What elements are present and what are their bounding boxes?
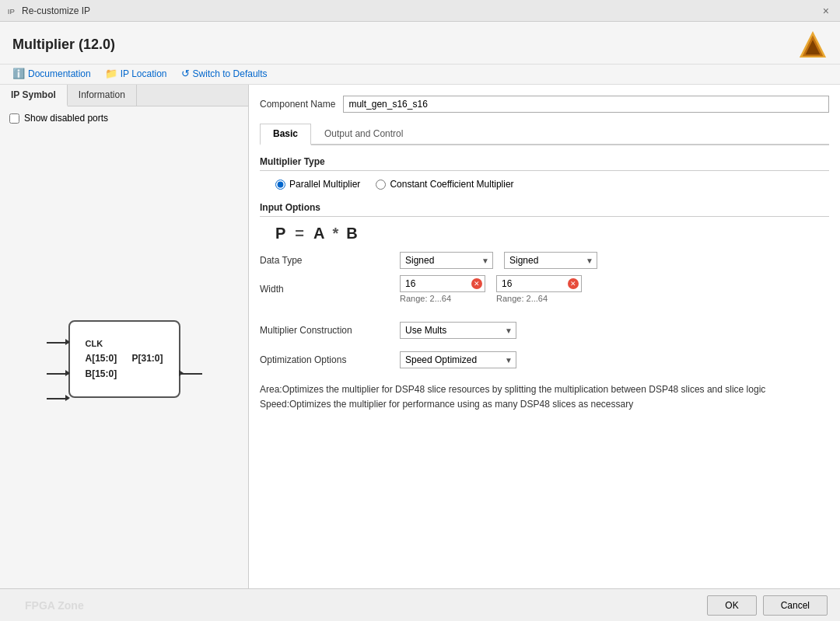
description-line1: Area:Optimizes the multiplier for DSP48 … xyxy=(260,382,829,397)
data-type-a-wrapper: Signed Unsigned ▼ xyxy=(400,252,493,269)
switch-defaults-button[interactable]: ↺ Switch to Defaults xyxy=(181,68,268,79)
formula-a: A xyxy=(313,225,324,242)
data-type-row: Data Type Signed Unsigned ▼ Signed xyxy=(260,252,829,269)
right-tabs: Basic Output and Control xyxy=(260,124,829,145)
info-icon: ℹ️ xyxy=(12,68,25,79)
multiplier-type-title: Multiplier Type xyxy=(260,156,829,171)
window-title: Multiplier (12.0) xyxy=(12,37,115,53)
width-label: Width xyxy=(260,284,400,295)
right-panel: Component Name Basic Output and Control … xyxy=(249,85,840,588)
tab-information[interactable]: Information xyxy=(68,85,137,106)
titlebar-left: IP Re-customize IP xyxy=(6,5,90,16)
symbol-area: CLK A[15:0] P[31:0] B[15:0] xyxy=(0,130,248,588)
show-ports-checkbox[interactable] xyxy=(9,113,19,124)
width-a-range: Range: 2...64 xyxy=(400,294,485,303)
input-options-section: Input Options P = A * B Data Type Sign xyxy=(260,202,829,309)
width-a-clear[interactable]: ✕ xyxy=(471,278,482,289)
width-b-clear[interactable]: ✕ xyxy=(568,278,579,289)
mult-construction-select[interactable]: Use Mults Use LUTs Use Mults and LUTs xyxy=(400,322,516,339)
tab-output-control[interactable]: Output and Control xyxy=(311,124,416,144)
formula-b: B xyxy=(346,225,357,242)
optimization-select[interactable]: Speed Optimized Area Optimized xyxy=(400,351,516,368)
constant-coefficient-option[interactable]: Constant Coefficient Multiplier xyxy=(376,179,513,190)
ip-symbol: CLK A[15:0] P[31:0] B[15:0] xyxy=(47,320,202,398)
data-type-inputs: Signed Unsigned ▼ Signed Unsigned ▼ xyxy=(400,252,597,269)
left-tabs: IP Symbol Information xyxy=(0,85,248,106)
mult-construction-label: Multiplier Construction xyxy=(260,325,400,336)
toolbar: ℹ️ Documentation 📁 IP Location ↺ Switch … xyxy=(0,65,840,85)
data-type-b-wrapper: Signed Unsigned ▼ xyxy=(504,252,597,269)
switch-defaults-label: Switch to Defaults xyxy=(193,68,268,79)
multiplier-type-section: Multiplier Type Parallel Multiplier Cons… xyxy=(260,156,829,190)
width-a-wrap: ✕ xyxy=(400,275,485,292)
p-arrowhead xyxy=(179,370,184,376)
p-port: P[31:0] xyxy=(131,353,163,364)
component-name-input[interactable] xyxy=(343,96,829,113)
a-port: A[15:0] xyxy=(86,353,117,364)
a-arrowhead xyxy=(65,370,70,376)
header: Multiplier (12.0) xyxy=(0,22,840,65)
formula-eq: = xyxy=(295,225,304,242)
cancel-button[interactable]: Cancel xyxy=(763,595,828,616)
parallel-multiplier-label: Parallel Multiplier xyxy=(289,179,360,190)
data-type-b-select[interactable]: Signed Unsigned xyxy=(504,252,597,269)
xilinx-logo xyxy=(798,30,828,59)
ok-button[interactable]: OK xyxy=(707,595,756,616)
width-a-col: ✕ Range: 2...64 xyxy=(400,275,485,303)
constant-coefficient-label: Constant Coefficient Multiplier xyxy=(390,179,513,190)
width-b-wrap: ✕ xyxy=(496,275,582,292)
documentation-label: Documentation xyxy=(28,68,91,79)
optimization-row: Optimization Options Speed Optimized Are… xyxy=(260,351,829,368)
formula-star: * xyxy=(332,225,338,242)
component-name-label: Component Name xyxy=(260,99,335,110)
data-type-label: Data Type xyxy=(260,255,400,266)
content-area: IP Symbol Information Show disabled port… xyxy=(0,85,840,588)
width-b-range: Range: 2...64 xyxy=(496,294,582,303)
optimization-wrapper: Speed Optimized Area Optimized ▼ xyxy=(400,351,516,368)
optimization-label: Optimization Options xyxy=(260,354,400,365)
mult-construction-row: Multiplier Construction Use Mults Use LU… xyxy=(260,322,829,339)
width-b-col: ✕ Range: 2...64 xyxy=(496,275,582,303)
svg-text:IP: IP xyxy=(8,6,15,15)
parallel-multiplier-radio[interactable] xyxy=(275,180,285,190)
b-arrowhead xyxy=(65,395,70,401)
data-type-a-select[interactable]: Signed Unsigned xyxy=(400,252,493,269)
width-inputs: ✕ Range: 2...64 ✕ Range: 2...64 xyxy=(400,275,582,303)
parallel-multiplier-option[interactable]: Parallel Multiplier xyxy=(275,179,360,190)
folder-icon: 📁 xyxy=(105,68,117,79)
description-area: Area:Optimizes the multiplier for DSP48 … xyxy=(260,382,829,412)
mult-construction-wrapper: Use Mults Use LUTs Use Mults and LUTs ▼ xyxy=(400,322,516,339)
show-ports-label: Show disabled ports xyxy=(24,113,108,124)
clk-arrowhead xyxy=(65,339,70,345)
main-window: Multiplier (12.0) ℹ️ Documentation 📁 IP … xyxy=(0,22,840,621)
watermark: FPGA Zone xyxy=(12,599,701,612)
b-port: B[15:0] xyxy=(86,368,163,379)
width-row: Width ✕ Range: 2...64 ✕ xyxy=(260,275,829,303)
documentation-button[interactable]: ℹ️ Documentation xyxy=(12,68,91,79)
multiplier-type-radio-group: Parallel Multiplier Constant Coefficient… xyxy=(260,179,829,190)
left-panel: IP Symbol Information Show disabled port… xyxy=(0,85,249,588)
show-ports-row: Show disabled ports xyxy=(0,106,248,130)
description-line2: Speed:Optimizes the multiplier for perfo… xyxy=(260,397,829,412)
formula-display: P = A * B xyxy=(260,225,829,242)
clk-port: CLK xyxy=(86,339,163,348)
p-wire-right xyxy=(180,373,202,375)
app-icon: IP xyxy=(6,5,17,16)
refresh-icon: ↺ xyxy=(181,68,190,79)
symbol-box: CLK A[15:0] P[31:0] B[15:0] xyxy=(68,320,180,398)
constant-coefficient-radio[interactable] xyxy=(376,180,386,190)
titlebar: IP Re-customize IP × xyxy=(0,0,840,22)
input-options-title: Input Options xyxy=(260,202,829,217)
tab-basic[interactable]: Basic xyxy=(260,124,311,145)
titlebar-title: Re-customize IP xyxy=(22,5,90,16)
bottom-bar: FPGA Zone OK Cancel xyxy=(0,588,840,621)
close-button[interactable]: × xyxy=(818,3,834,19)
component-name-row: Component Name xyxy=(260,96,829,113)
formula-p: P xyxy=(275,225,285,242)
ip-location-label: IP Location xyxy=(121,68,167,79)
tab-ip-symbol[interactable]: IP Symbol xyxy=(0,85,68,106)
ip-location-button[interactable]: 📁 IP Location xyxy=(105,68,167,79)
